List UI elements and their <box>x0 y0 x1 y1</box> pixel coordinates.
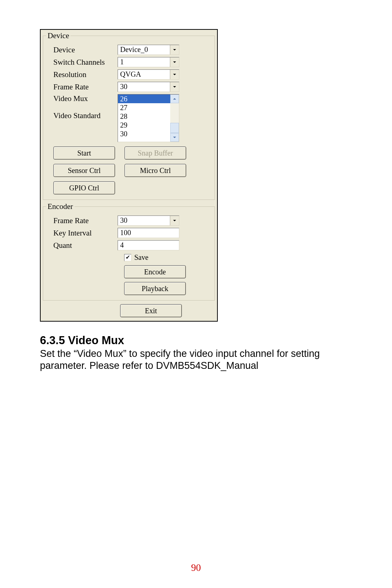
micro-ctrl-button[interactable]: Micro Ctrl <box>124 164 186 177</box>
device-group: Device Device Device_0 Switch Channels 1 <box>43 31 215 200</box>
label-enc-frame-rate: Frame Rate <box>47 216 118 225</box>
label-quant: Quant <box>47 240 118 250</box>
list-item[interactable]: 29 <box>118 121 170 129</box>
chevron-down-icon[interactable] <box>170 45 179 55</box>
scroll-up-icon[interactable] <box>170 94 179 103</box>
playback-button[interactable]: Playback <box>124 282 186 295</box>
chevron-down-icon[interactable] <box>170 82 179 92</box>
encoder-group: Encoder Frame Rate 30 Key Interval 100 Q… <box>43 202 215 301</box>
checkbox-icon: ✔ <box>124 254 131 261</box>
snap-buffer-button: Snap Buffer <box>124 146 186 160</box>
frame-rate-value: 30 <box>118 82 170 92</box>
label-video-standard: Video Standard <box>53 111 118 120</box>
listbox-scrollbar[interactable] <box>170 94 179 142</box>
document-page: Device Device Device_0 Switch Channels 1 <box>0 0 392 588</box>
save-checkbox[interactable]: ✔ Save <box>124 253 211 262</box>
settings-dialog: Device Device Device_0 Switch Channels 1 <box>40 29 218 322</box>
device-combobox[interactable]: Device_0 <box>118 45 179 55</box>
start-button[interactable]: Start <box>53 146 115 160</box>
save-label: Save <box>134 253 148 262</box>
switch-channels-value: 1 <box>118 57 170 67</box>
frame-rate-combobox[interactable]: 30 <box>118 82 179 92</box>
label-switch-channels: Switch Channels <box>47 57 118 67</box>
label-key-interval: Key Interval <box>47 228 118 238</box>
quant-input[interactable]: 4 <box>118 240 179 250</box>
encoder-legend: Encoder <box>46 202 74 211</box>
page-number: 90 <box>40 562 352 573</box>
section-body: Set the “Video Mux” to specify the video… <box>40 348 352 372</box>
gpio-ctrl-button[interactable]: GPIO Ctrl <box>53 181 115 194</box>
encode-button[interactable]: Encode <box>124 265 186 278</box>
enc-frame-rate-value: 30 <box>118 216 170 225</box>
sensor-ctrl-button[interactable]: Sensor Ctrl <box>53 164 115 177</box>
scroll-down-icon[interactable] <box>170 133 179 142</box>
label-resolution: Resolution <box>47 69 118 79</box>
list-item[interactable]: 26 <box>118 94 170 103</box>
chevron-down-icon[interactable] <box>170 70 179 79</box>
enc-frame-rate-combobox[interactable]: 30 <box>118 216 179 226</box>
video-mux-listbox[interactable]: 26 27 28 29 30 <box>118 94 179 142</box>
list-item[interactable]: 27 <box>118 103 170 112</box>
list-item[interactable]: 30 <box>118 129 170 138</box>
key-interval-input[interactable]: 100 <box>118 228 179 238</box>
chevron-down-icon[interactable] <box>170 57 179 67</box>
list-item[interactable]: 28 <box>118 112 170 121</box>
chevron-down-icon[interactable] <box>170 216 179 225</box>
device-combobox-value: Device_0 <box>118 45 170 55</box>
label-frame-rate: Frame Rate <box>47 82 118 92</box>
exit-button[interactable]: Exit <box>120 304 182 317</box>
device-legend: Device <box>46 31 70 40</box>
switch-channels-combobox[interactable]: 1 <box>118 57 179 67</box>
section-heading: 6.3.5 Video Mux <box>40 334 352 347</box>
resolution-combobox[interactable]: QVGA <box>118 69 179 80</box>
label-device: Device <box>47 45 118 55</box>
scroll-thumb[interactable] <box>170 123 179 133</box>
resolution-value: QVGA <box>118 70 170 79</box>
label-video-mux: Video Mux <box>53 94 118 103</box>
